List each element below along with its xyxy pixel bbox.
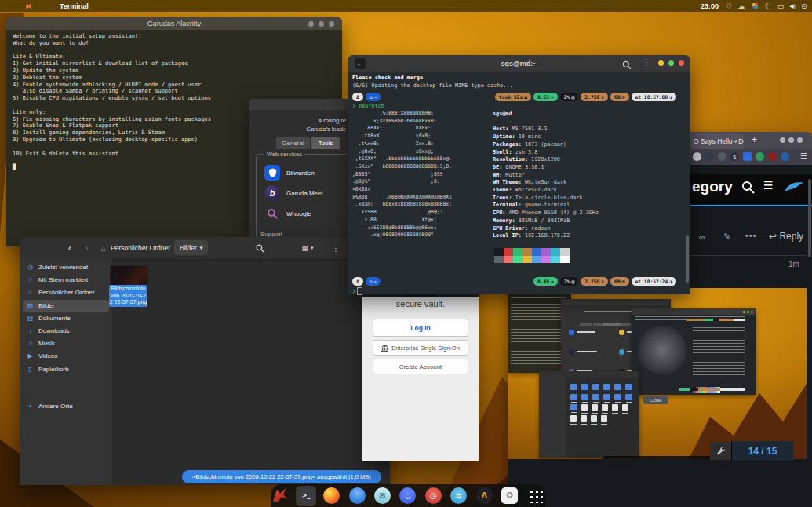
power-icon[interactable]: ⊙: [799, 0, 810, 12]
dock-item-trash[interactable]: ♻: [500, 486, 519, 506]
prompt1-right: took 52s◒0.53≈2%▥2.75G▮0B⊘at 10:57:00◑: [495, 93, 676, 101]
breadcrumb[interactable]: Persönlicher Ordner: [111, 237, 181, 259]
display-icon[interactable]: ▭: [775, 0, 786, 12]
gnome-terminal-icon: >_: [298, 487, 315, 504]
neofetch-info-row: Shell: zsh 5.8: [493, 149, 599, 157]
health-icon[interactable]: ♡: [723, 0, 734, 12]
neofetch-info-row: Theme: WhiteSur-dark: [493, 187, 599, 195]
weather-icon[interactable]: ☁: [736, 0, 747, 12]
forum-hamburger-icon[interactable]: ☰: [763, 179, 774, 191]
service-bitwarden[interactable]: Bitwarden: [264, 164, 315, 181]
topic-admin-wrench-button[interactable]: [710, 442, 731, 460]
location-button[interactable]: Bilder ▾: [174, 240, 208, 255]
window-button-icon[interactable]: [308, 21, 314, 27]
privacy-extension-icon[interactable]: [756, 152, 764, 161]
night-light-icon[interactable]: ☾: [763, 0, 774, 12]
updates-icon[interactable]: [749, 0, 760, 12]
window-button-icon[interactable]: [329, 21, 334, 27]
palette-swatch: [494, 248, 504, 256]
neofetch-info-row: Resolution: 1920x1200: [493, 156, 599, 164]
neofetch-underline: ------: [493, 119, 599, 126]
window-button-icon[interactable]: [797, 137, 803, 143]
dock-item-firefox[interactable]: [322, 486, 341, 506]
gray-extension-icon[interactable]: [718, 152, 726, 161]
dock-item-geary-mail[interactable]: ✉: [373, 486, 392, 506]
service-label: Bitwarden: [286, 170, 315, 177]
window-button-icon[interactable]: [788, 137, 794, 143]
trash-icon: ♻: [501, 487, 518, 504]
link-icon[interactable]: ∞: [699, 232, 705, 242]
sidebar-item-label: Mit Stern markiert: [38, 276, 88, 283]
dock-item-timeshift[interactable]: ◷: [424, 486, 443, 506]
home-icon: ⌂: [27, 289, 34, 296]
more-actions-icon[interactable]: •••: [745, 231, 757, 240]
kebab-menu-icon[interactable]: ⋮: [330, 237, 341, 259]
new-tab-button[interactable]: +: [752, 134, 757, 145]
sidebar-item-other-places[interactable]: + Andere Orte: [23, 400, 109, 412]
files-headerbar[interactable]: ‹ › ⌂ Persönlicher Ordner Bilder ▾ ▦ ▾ ⋮: [20, 237, 390, 260]
menu-hamburger-icon[interactable]: ☰: [800, 151, 807, 160]
tab-tools[interactable]: Tools: [311, 137, 340, 149]
alacritty-titlebar[interactable]: Garudas Alacritty: [6, 17, 342, 30]
dark-extension-icon[interactable]: [705, 152, 714, 161]
volume-icon[interactable]: ◀): [787, 0, 798, 12]
window-button-icon[interactable]: [780, 137, 785, 143]
currency-extension-icon[interactable]: €: [730, 152, 739, 161]
search-icon[interactable]: [741, 181, 756, 198]
sidebar-item-zuletzt-verwendet[interactable]: ◷Zuletzt verwendet: [23, 261, 109, 273]
sidebar-item-musik[interactable]: ♫Musik: [23, 337, 109, 349]
cursor-line[interactable]: ❯: [352, 287, 362, 295]
service-whoogle[interactable]: Whoogle: [264, 205, 311, 222]
browser-scrollbar[interactable]: [808, 179, 811, 257]
view-toggle-button[interactable]: ▦ ▾: [296, 237, 319, 259]
forward-icon[interactable]: ›: [79, 237, 93, 259]
documents-icon: ▤: [27, 315, 34, 322]
bitwarden-extension-icon[interactable]: [743, 152, 752, 161]
dock-item-alacritty[interactable]: Λ: [475, 486, 494, 506]
sidebar-item-papierkorb[interactable]: ▯Papierkorb: [23, 363, 109, 375]
window-button-icon[interactable]: [319, 21, 324, 27]
dock-item-gnome-terminal[interactable]: >_: [296, 486, 315, 506]
tab-close-icon[interactable]: ×: [734, 137, 738, 145]
edit-pencil-icon[interactable]: ✎: [723, 232, 730, 242]
dock-item-app-grid[interactable]: [526, 486, 545, 506]
reply-button[interactable]: ↩ Reply: [769, 231, 803, 242]
garuda-logo-icon[interactable]: [24, 2, 33, 10]
neofetch-info-row: WM Theme: WhiteSur-dark: [493, 179, 599, 187]
sidebar-item-bilder[interactable]: ▨Bilder: [23, 300, 109, 312]
sso-button[interactable]: Enterprise Single Sign-On: [373, 340, 468, 356]
kebab-menu-icon[interactable]: ⋮: [642, 57, 650, 67]
sidebar-item-pers-nlicher-ordner[interactable]: ⌂Persönlicher Ordner: [23, 286, 109, 298]
focused-app-name[interactable]: Terminal: [60, 2, 89, 10]
dock-item-web-app[interactable]: ◡: [398, 486, 417, 506]
file-thumbnail[interactable]: [110, 265, 148, 286]
file-name-label[interactable]: Bildschirmfoto von 2020-10-22 22-57-57.p…: [109, 285, 147, 307]
topic-progress[interactable]: 14 / 15: [731, 441, 793, 461]
garuda-eagle-logo-icon[interactable]: [784, 180, 804, 197]
minimize-button-icon[interactable]: [658, 60, 664, 66]
dock-item-settings[interactable]: ⇆: [449, 486, 468, 506]
dock-item-garuda-welcome[interactable]: [271, 486, 290, 506]
sidebar-item-videos[interactable]: ▶Videos: [23, 350, 109, 362]
post-image-screenshot[interactable]: Close: [508, 288, 807, 459]
close-button-icon[interactable]: [679, 60, 684, 66]
sidebar-item-mit-stern-markiert[interactable]: ☆Mit Stern markiert: [23, 274, 109, 286]
files-sidebar: ◷Zuletzt verwendet☆Mit Stern markiert⌂Pe…: [20, 259, 112, 485]
ublock-extension-icon[interactable]: [768, 152, 777, 161]
dock-item-files[interactable]: [347, 486, 366, 506]
search-icon[interactable]: [622, 59, 632, 73]
account-extension-icon[interactable]: [693, 152, 701, 161]
tab-general[interactable]: General: [276, 137, 310, 149]
shield-extension-icon[interactable]: [781, 152, 789, 161]
sidebar-item-dokumente[interactable]: ▤Dokumente: [23, 312, 109, 324]
sidebar-item-downloads[interactable]: ↓Downloads: [23, 325, 109, 337]
terminal-scrollbar[interactable]: [686, 235, 689, 283]
login-button[interactable]: Log In: [373, 319, 468, 337]
maximize-button-icon[interactable]: [668, 60, 674, 66]
clock[interactable]: 23:00: [701, 2, 719, 10]
search-icon[interactable]: [253, 237, 266, 259]
service-garuda-meet[interactable]: b Garuda Meet: [264, 184, 323, 202]
terminal-titlebar[interactable]: sgs@md:~ >_ ⋮: [348, 55, 690, 73]
create-account-button[interactable]: Create Account: [373, 359, 468, 374]
back-icon[interactable]: ‹: [63, 237, 77, 259]
